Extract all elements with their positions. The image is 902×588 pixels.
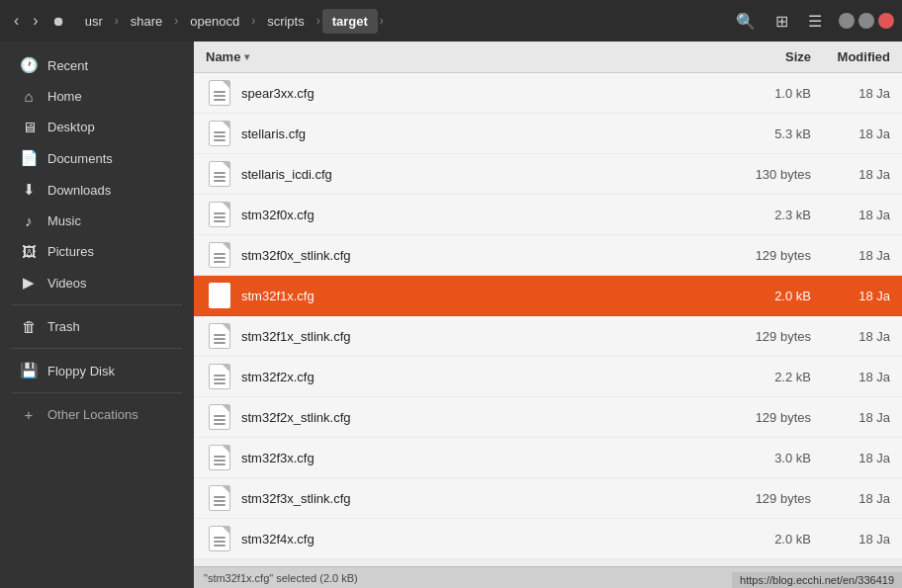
file-name: stm32f2x.cfg: [241, 370, 712, 384]
sidebar-add-locations[interactable]: + Other Locations: [4, 399, 190, 430]
column-modified[interactable]: Modified: [811, 49, 890, 64]
file-icon-line: [214, 334, 225, 336]
file-icon-wrap: [206, 484, 233, 512]
menu-button[interactable]: ☰: [801, 8, 829, 35]
file-icon-line: [214, 301, 225, 303]
sidebar-label-downloads: Downloads: [47, 183, 111, 198]
table-row[interactable]: stm32f1x_stlink.cfg 129 bytes 18 Ja: [194, 316, 902, 357]
nav-buttons: ‹ › ⏺: [8, 8, 71, 34]
breadcrumb-bar: usr › share › openocd › scripts › target…: [75, 9, 725, 34]
file-icon-line: [214, 460, 225, 462]
file-icon: [209, 445, 230, 470]
sidebar-item-desktop[interactable]: 🖥 Desktop: [4, 112, 190, 142]
sidebar-item-trash[interactable]: 🗑 Trash: [4, 311, 190, 342]
file-icon-line: [214, 131, 225, 133]
file-icon-wrap: [206, 201, 233, 228]
sidebar-item-recent[interactable]: 🕐 Recent: [4, 49, 190, 81]
file-icon-lines: [210, 124, 229, 144]
back-button[interactable]: ‹: [8, 8, 25, 34]
sidebar-label-music: Music: [47, 213, 81, 228]
file-icon-line: [214, 504, 225, 506]
column-size[interactable]: Size: [712, 49, 811, 64]
table-row[interactable]: stellaris_icdi.cfg 130 bytes 18 Ja: [194, 154, 902, 195]
file-icon: [209, 283, 230, 308]
file-icon-wrap: [206, 403, 233, 431]
file-date: 18 Ja: [811, 451, 890, 465]
file-icon-line: [214, 220, 225, 222]
file-date: 18 Ja: [811, 86, 890, 101]
file-icon-line: [214, 135, 225, 137]
sidebar-item-music[interactable]: ♪ Music: [4, 206, 190, 236]
breadcrumb-sep-2: ›: [172, 14, 180, 28]
table-row[interactable]: stm32f3x_stlink.cfg 129 bytes 18 Ja: [194, 478, 902, 519]
titlebar-actions: 🔍 ⊞ ☰: [729, 8, 829, 35]
file-icon-lines: [210, 407, 229, 428]
file-icon-line: [214, 91, 225, 93]
table-row[interactable]: stm32f2x_stlink.cfg 129 bytes 18 Ja: [194, 397, 902, 438]
file-date: 18 Ja: [811, 491, 890, 506]
view-toggle-button[interactable]: ⊞: [768, 8, 795, 35]
sidebar-item-pictures[interactable]: 🖼 Pictures: [4, 236, 190, 267]
file-date: 18 Ja: [811, 289, 890, 303]
file-icon: [209, 202, 230, 227]
maximize-button[interactable]: □: [858, 13, 874, 29]
close-button[interactable]: ✕: [878, 13, 894, 29]
videos-icon: ▶: [20, 274, 38, 292]
file-icon: [209, 323, 230, 349]
breadcrumb-sep-5: ›: [378, 14, 386, 28]
table-row[interactable]: stm32f0x.cfg 2.3 kB 18 Ja: [194, 195, 902, 235]
table-row[interactable]: stm32f3x.cfg 3.0 kB 18 Ja: [194, 438, 902, 478]
breadcrumb-scripts[interactable]: scripts: [257, 9, 315, 34]
breadcrumb-usr[interactable]: usr: [75, 9, 113, 34]
file-icon-line: [214, 338, 225, 340]
minimize-button[interactable]: −: [839, 13, 855, 29]
file-icon: [209, 526, 230, 551]
breadcrumb-target[interactable]: target: [322, 9, 378, 34]
column-name[interactable]: Name ▾: [206, 49, 712, 64]
file-icon-line: [214, 545, 225, 546]
file-icon-line: [214, 378, 225, 380]
table-row[interactable]: spear3xx.cfg 1.0 kB 18 Ja: [194, 73, 902, 114]
table-row[interactable]: stm32f0x_stlink.cfg 129 bytes 18 Ja: [194, 235, 902, 276]
file-icon-line: [214, 253, 225, 255]
file-icon-line: [214, 342, 225, 344]
file-icon-lines: [210, 83, 229, 104]
file-icon-line: [214, 176, 225, 178]
trash-icon: 🗑: [20, 318, 38, 335]
file-size: 1.0 kB: [712, 86, 811, 101]
file-size: 130 bytes: [712, 167, 811, 182]
sidebar-item-documents[interactable]: 📄 Documents: [4, 142, 190, 174]
forward-button[interactable]: ›: [27, 8, 44, 34]
history-button[interactable]: ⏺: [46, 10, 71, 33]
breadcrumb-share[interactable]: share: [121, 9, 173, 34]
add-icon: +: [20, 406, 38, 423]
table-row[interactable]: stm32f4x.cfg 2.0 kB 18 Ja: [194, 519, 902, 559]
file-size: 129 bytes: [712, 410, 811, 425]
sidebar-item-videos[interactable]: ▶ Videos: [4, 267, 190, 298]
file-icon: [209, 121, 230, 146]
file-size: 3.0 kB: [712, 451, 811, 465]
search-button[interactable]: 🔍: [729, 8, 763, 35]
file-size: 5.3 kB: [712, 126, 811, 141]
file-icon-line: [214, 456, 225, 458]
file-size: 129 bytes: [712, 329, 811, 344]
file-icon-line: [214, 297, 225, 299]
table-row[interactable]: stm32f2x.cfg 2.2 kB 18 Ja: [194, 357, 902, 397]
sidebar-item-floppy[interactable]: 💾 Floppy Disk: [4, 355, 190, 386]
file-list: spear3xx.cfg 1.0 kB 18 Ja stellaris.cfg …: [194, 73, 902, 566]
sidebar-item-downloads[interactable]: ⬇ Downloads: [4, 174, 190, 206]
breadcrumb-openocd[interactable]: openocd: [180, 9, 249, 34]
sort-arrow-icon: ▾: [244, 51, 249, 62]
sidebar-label-other-locations: Other Locations: [47, 407, 138, 422]
table-row[interactable]: stellaris.cfg 5.3 kB 18 Ja: [194, 114, 902, 154]
sidebar-item-home[interactable]: ⌂ Home: [4, 81, 190, 112]
downloads-icon: ⬇: [20, 181, 38, 199]
file-icon-line: [214, 99, 225, 101]
file-name: stm32f0x.cfg: [241, 208, 712, 222]
home-icon: ⌂: [20, 88, 38, 105]
column-size-label: Size: [785, 49, 811, 64]
table-row[interactable]: stm32f1x.cfg 2.0 kB 18 Ja: [194, 276, 902, 316]
file-icon-line: [214, 216, 225, 218]
sidebar-divider-3: [12, 392, 182, 393]
file-icon-line: [214, 294, 225, 295]
